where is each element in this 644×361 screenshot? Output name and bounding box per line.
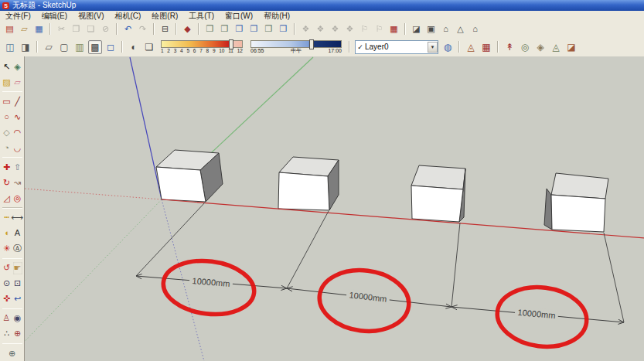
sandbox-smoove-button[interactable]: ↟ xyxy=(503,40,516,54)
eraser-tool-button[interactable]: ▱ xyxy=(12,75,23,89)
menu-view[interactable]: 视图(V) xyxy=(73,11,109,22)
solid-subtract-button[interactable]: ❖ xyxy=(343,22,356,36)
make-component-tool-button[interactable]: ◈ xyxy=(12,60,23,73)
solid-trim-button[interactable]: ⚐ xyxy=(358,22,371,36)
rectangle-tool-button[interactable]: ▭ xyxy=(2,94,12,108)
menu-draw[interactable]: 绘图(R) xyxy=(146,11,183,22)
paint-bucket-tool-button[interactable]: ▨ xyxy=(2,75,12,89)
component-reload-button[interactable]: ❒ xyxy=(247,22,261,36)
menu-tools[interactable]: 工具(T) xyxy=(183,11,220,22)
follow-me-tool-button[interactable]: ↝ xyxy=(12,175,23,189)
shadow-date-slider[interactable]: 123456789101112 xyxy=(161,40,243,54)
target-tool-button[interactable]: ⊕ xyxy=(7,346,18,360)
back-edges-button[interactable]: ◨ xyxy=(19,40,32,54)
sandbox-stamp-button[interactable]: ◎ xyxy=(518,40,532,54)
new-file-button[interactable]: ▤ xyxy=(3,22,16,36)
line-tool-button[interactable]: ╱ xyxy=(12,94,23,108)
shadow-time-slider-handle[interactable] xyxy=(309,39,314,49)
shadow-date-slider-handle[interactable] xyxy=(229,39,233,49)
section-display-button[interactable]: ▦ xyxy=(387,22,400,36)
position-camera-tool-button[interactable]: ♙ xyxy=(2,312,12,325)
paste-button[interactable]: ❏ xyxy=(84,22,97,36)
push-pull-tool-button[interactable]: ⇧ xyxy=(12,160,23,174)
layer-manager-button[interactable]: ◍ xyxy=(441,40,455,54)
layer-dropdown[interactable]: ✓ Layer0 ▼ xyxy=(355,40,438,54)
erase-button[interactable]: ⊘ xyxy=(99,22,112,36)
protractor-tool-button[interactable]: ◖ xyxy=(2,226,12,240)
sandbox-from-contours-button[interactable]: ◬ xyxy=(464,40,478,54)
dimension-label-1[interactable]: 10000mm xyxy=(189,275,233,289)
menu-window[interactable]: 窗口(W) xyxy=(220,11,258,22)
3d-text-tool-button[interactable]: Ⓐ xyxy=(12,242,23,256)
arc-tool-button[interactable]: ◠ xyxy=(12,125,23,139)
solid-split-button[interactable]: ⚐ xyxy=(373,22,386,36)
offset-tool-button[interactable]: ◎ xyxy=(12,191,23,205)
viewport-3d[interactable]: 10000mm10000mm10000mm xyxy=(25,56,644,361)
box-4-top-face[interactable] xyxy=(551,173,608,199)
xray-mode-button[interactable]: ◫ xyxy=(3,40,17,54)
component-edit-button[interactable]: ❒ xyxy=(233,22,246,36)
shadow-date-slider-bar[interactable] xyxy=(161,40,243,48)
box-1-front-face[interactable] xyxy=(156,167,206,202)
box-4-front-face[interactable] xyxy=(551,195,605,232)
dimension-label-2[interactable]: 10000mm xyxy=(346,289,390,304)
front-view-button[interactable]: ⌂ xyxy=(439,22,452,36)
arc2-tool-button[interactable]: ◡ xyxy=(12,141,23,155)
menu-camera[interactable]: 相机(C) xyxy=(109,11,146,22)
sandbox-drape-button[interactable]: ◈ xyxy=(533,40,547,54)
shadow-time-slider[interactable]: 06:55 中午 17:00 xyxy=(250,40,342,54)
shadow-time-slider-bar[interactable] xyxy=(250,40,342,48)
section-plane-tool-button[interactable]: ⊕ xyxy=(12,327,23,341)
component-options-button[interactable]: ❒ xyxy=(218,22,231,36)
zoom-window-tool-button[interactable]: ⊡ xyxy=(12,277,23,291)
dimension-label-3[interactable]: 10000mm xyxy=(515,307,559,321)
shaded-button[interactable]: ▥ xyxy=(73,40,87,54)
sandbox-add-detail-button[interactable]: ◬ xyxy=(549,40,563,54)
solid-outer-shell-button[interactable]: ❖ xyxy=(299,22,312,36)
freehand-tool-button[interactable]: ∿ xyxy=(12,110,23,124)
tape-measure-tool-button[interactable]: ┅ xyxy=(2,211,12,225)
menu-file[interactable]: 文件(F) xyxy=(0,11,36,22)
layer-dropdown-arrow[interactable]: ▼ xyxy=(428,42,438,53)
pan-tool-button[interactable]: ☛ xyxy=(12,261,23,275)
rotate-tool-button[interactable]: ↻ xyxy=(2,175,12,189)
box-4-side-face[interactable] xyxy=(544,189,552,230)
open-file-button[interactable]: ▱ xyxy=(18,22,31,36)
dimension-tool-button[interactable]: ⟷ xyxy=(12,211,23,225)
axes-tool-button[interactable]: ✳ xyxy=(2,242,12,256)
orbit-tool-button[interactable]: ↺ xyxy=(2,261,12,275)
save-file-button[interactable]: ▦ xyxy=(32,22,46,36)
component-save-button[interactable]: ❒ xyxy=(262,22,275,36)
zoom-tool-button[interactable]: ⊙ xyxy=(2,277,12,291)
move-tool-button[interactable]: ✚ xyxy=(2,160,12,174)
look-around-tool-button[interactable]: ◉ xyxy=(12,312,23,325)
walk-tool-button[interactable]: ∴ xyxy=(2,327,12,341)
shaded-with-textures-button[interactable]: ▩ xyxy=(88,40,102,54)
circle-tool-button[interactable]: ○ xyxy=(2,110,12,124)
shadow-settings-button[interactable]: ◐ xyxy=(127,40,141,54)
component-browser-button[interactable]: ❒ xyxy=(277,22,290,36)
copy-button[interactable]: ❐ xyxy=(70,22,83,36)
wireframe-button[interactable]: ▱ xyxy=(42,40,56,54)
hidden-line-button[interactable]: ▢ xyxy=(57,40,71,54)
text-tool-button[interactable]: A xyxy=(12,226,23,240)
redo-button[interactable]: ↷ xyxy=(136,22,149,36)
top-view-button[interactable]: ▣ xyxy=(424,22,438,36)
box-3-front-face[interactable] xyxy=(411,186,463,222)
solid-intersect-button[interactable]: ❖ xyxy=(314,22,327,36)
solid-union-button[interactable]: ❖ xyxy=(329,22,342,36)
cut-button[interactable]: ✂ xyxy=(55,22,68,36)
iso-view-button[interactable]: ◪ xyxy=(410,22,423,36)
previous-view-tool-button[interactable]: ↩ xyxy=(12,292,23,306)
back-view-button[interactable]: ⌂ xyxy=(469,22,482,36)
monochrome-button[interactable]: ◻ xyxy=(104,40,118,54)
menu-edit[interactable]: 编辑(E) xyxy=(36,11,73,22)
box-2-front-face[interactable] xyxy=(278,172,329,210)
model-info-button[interactable]: ◆ xyxy=(181,22,194,36)
print-button[interactable]: ⊟ xyxy=(158,22,172,36)
scale-tool-button[interactable]: ◿ xyxy=(2,191,12,205)
undo-button[interactable]: ↶ xyxy=(121,22,135,36)
select-tool-button[interactable]: ↖ xyxy=(2,60,12,73)
polygon-tool-button[interactable]: ◇ xyxy=(2,125,12,139)
sandbox-from-scratch-button[interactable]: ▦ xyxy=(479,40,493,54)
